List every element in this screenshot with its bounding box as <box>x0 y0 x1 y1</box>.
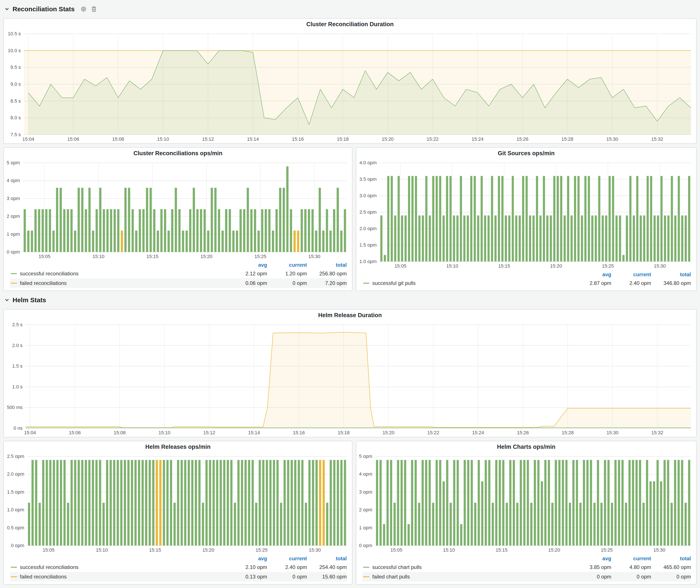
trash-icon[interactable] <box>91 6 97 12</box>
svg-text:15:10: 15:10 <box>157 136 169 142</box>
panel-title[interactable]: Helm Charts ops/min <box>356 441 696 452</box>
panel-row-helm: Helm Releases ops/min 0 opm0.5 opm1.0 op… <box>3 441 697 585</box>
panel-title[interactable]: Cluster Reconciliations ops/min <box>4 148 352 159</box>
row-actions <box>80 6 97 12</box>
svg-text:15:20: 15:20 <box>548 547 560 553</box>
svg-text:3 opm: 3 opm <box>359 489 372 495</box>
panel-title[interactable]: Git Sources ops/min <box>356 148 696 159</box>
legend-total-value: 256.80 opm <box>307 271 347 277</box>
gear-icon[interactable] <box>80 6 87 12</box>
svg-text:2.5 opm: 2.5 opm <box>360 209 377 215</box>
svg-text:15:32: 15:32 <box>651 136 663 142</box>
legend-col-avg[interactable]: avg <box>571 556 611 562</box>
chart-helm-charts-ops[interactable]: 0 opm1 opm2 opm3 opm4 opm5 opm15:0515:10… <box>356 452 696 554</box>
svg-text:15:05: 15:05 <box>39 254 50 259</box>
svg-text:1 opm: 1 opm <box>359 525 372 530</box>
grafana-dashboard: Reconciliation Stats <box>0 0 700 588</box>
legend-row: failed chart pulls0 opm0 opm0 opm <box>362 572 691 582</box>
legend-series-label[interactable]: failed chart pulls <box>372 574 571 580</box>
legend-avg-value: 0.06 opm <box>227 280 267 286</box>
legend-col-total[interactable]: total <box>651 271 691 278</box>
legend-avg-value: 0.13 opm <box>227 574 267 580</box>
svg-text:15:10: 15:10 <box>443 547 455 553</box>
svg-text:0 ns: 0 ns <box>13 425 23 431</box>
series-color-icon <box>363 576 369 577</box>
chart-canvas: 7.5 s8.0 s8.5 s9.0 s9.5 s10.0 s10.5 s15:… <box>4 30 696 143</box>
chart-helm-release-duration[interactable]: 0 ns500 ms1.0 s1.5 s2.0 s2.5 s15:0415:06… <box>4 321 696 437</box>
svg-text:8.0 s: 8.0 s <box>10 115 21 120</box>
legend-avg-value: 0 opm <box>571 574 611 580</box>
svg-text:15:30: 15:30 <box>654 263 666 269</box>
legend-col-total[interactable]: total <box>651 556 691 562</box>
svg-text:15:12: 15:12 <box>202 136 214 142</box>
svg-text:2.5 s: 2.5 s <box>12 322 23 327</box>
svg-text:15:10: 15:10 <box>446 263 458 269</box>
legend-avg-value: 2.87 opm <box>571 280 611 286</box>
row-header-helm-stats[interactable]: Helm Stats <box>3 294 697 306</box>
legend-col-total[interactable]: total <box>307 556 347 562</box>
panel-helm-releases-ops: Helm Releases ops/min 0 opm0.5 opm1.0 op… <box>3 441 352 585</box>
panel-helm-charts-ops: Helm Charts ops/min 0 opm1 opm2 opm3 opm… <box>356 441 697 585</box>
chart-git-sources-ops[interactable]: 1.0 opm1.5 opm2.0 opm2.5 opm3.0 opm3.5 o… <box>356 159 696 270</box>
svg-text:2.0 s: 2.0 s <box>12 343 23 348</box>
legend-series-label[interactable]: successful git pulls <box>372 280 571 286</box>
svg-text:15:05: 15:05 <box>390 547 402 553</box>
legend-series-label[interactable]: successful reconciliations <box>20 271 227 277</box>
legend-series-label[interactable]: successful chart pulls <box>372 564 571 570</box>
legend-col-total[interactable]: total <box>307 262 347 268</box>
svg-text:15:10: 15:10 <box>96 547 108 553</box>
svg-text:2 opm: 2 opm <box>7 213 20 219</box>
legend-series-label[interactable]: failed reconciliations <box>20 280 227 286</box>
legend-col-current[interactable]: current <box>611 556 651 562</box>
legend-col-avg[interactable]: avg <box>571 271 611 278</box>
svg-text:15:15: 15:15 <box>149 547 161 553</box>
legend-avg-value: 3.85 opm <box>571 564 611 570</box>
row-header-reconciliation-stats[interactable]: Reconciliation Stats <box>3 3 697 15</box>
legend-header: avgcurrenttotal <box>10 555 347 562</box>
legend-git-sources: avgcurrenttotalsuccessful git pulls2.87 … <box>356 270 696 291</box>
legend-row: successful reconciliations2.10 opm2.40 o… <box>10 562 347 572</box>
legend-series-label[interactable]: successful reconciliations <box>20 564 227 570</box>
chart-cluster-reconciliations-ops[interactable]: 0 opm1 opm2 opm3 opm4 opm5 opm15:0515:10… <box>4 159 352 261</box>
legend-avg-value: 2.12 opm <box>227 271 267 277</box>
chart-helm-releases-ops[interactable]: 0 opm0.5 opm1.0 opm1.5 opm2.0 opm2.5 opm… <box>4 452 352 554</box>
legend-col-current[interactable]: current <box>267 262 307 268</box>
panel-title[interactable]: Helm Release Duration <box>4 310 696 321</box>
svg-text:0.5 opm: 0.5 opm <box>7 525 24 530</box>
legend-helm-charts: avgcurrenttotalsuccessful chart pulls3.8… <box>356 554 696 584</box>
svg-text:15:24: 15:24 <box>472 136 484 142</box>
svg-text:15:30: 15:30 <box>653 547 665 553</box>
legend-total-value: 346.80 opm <box>651 280 691 286</box>
legend-current-value: 1.20 opm <box>267 271 307 277</box>
legend-col-avg[interactable]: avg <box>227 262 267 268</box>
legend-col-current[interactable]: current <box>267 556 307 562</box>
chart-cluster-reconciliation-duration[interactable]: 7.5 s8.0 s8.5 s9.0 s9.5 s10.0 s10.5 s15:… <box>4 30 696 143</box>
svg-text:15:08: 15:08 <box>112 136 124 142</box>
legend-current-value: 2.40 opm <box>611 280 651 286</box>
panel-title-text: Helm Charts ops/min <box>497 444 555 450</box>
panel-helm-release-duration: Helm Release Duration 0 ns500 ms1.0 s1.5… <box>3 309 697 437</box>
legend-total-value: 15.60 opm <box>307 574 347 580</box>
svg-text:9.0 s: 9.0 s <box>10 81 21 87</box>
svg-text:4 opm: 4 opm <box>359 471 372 477</box>
legend-col-current[interactable]: current <box>611 271 651 278</box>
svg-text:15:20: 15:20 <box>382 136 394 142</box>
svg-text:15:12: 15:12 <box>203 430 215 435</box>
panel-title-text: Cluster Reconciliation Duration <box>306 21 394 28</box>
legend-series-label[interactable]: failed reconciliations <box>20 574 227 580</box>
svg-text:15:30: 15:30 <box>606 430 618 435</box>
svg-text:10.0 s: 10.0 s <box>8 48 21 53</box>
svg-text:5 opm: 5 opm <box>359 454 372 459</box>
legend-current-value: 0 opm <box>611 574 651 580</box>
legend-col-avg[interactable]: avg <box>227 556 267 562</box>
svg-text:1.5 s: 1.5 s <box>12 363 23 369</box>
svg-text:15:04: 15:04 <box>24 430 36 435</box>
chart-canvas: 1.0 opm1.5 opm2.0 opm2.5 opm3.0 opm3.5 o… <box>356 159 696 270</box>
svg-text:4 opm: 4 opm <box>7 178 20 183</box>
panel-title[interactable]: Cluster Reconciliation Duration <box>4 19 696 30</box>
svg-text:15:30: 15:30 <box>308 254 320 259</box>
panel-title[interactable]: Helm Releases ops/min <box>4 441 352 452</box>
svg-text:15:05: 15:05 <box>394 263 406 269</box>
legend-current-value: 2.40 opm <box>267 564 307 570</box>
chart-canvas: 0 opm1 opm2 opm3 opm4 opm5 opm15:0515:10… <box>356 452 696 554</box>
